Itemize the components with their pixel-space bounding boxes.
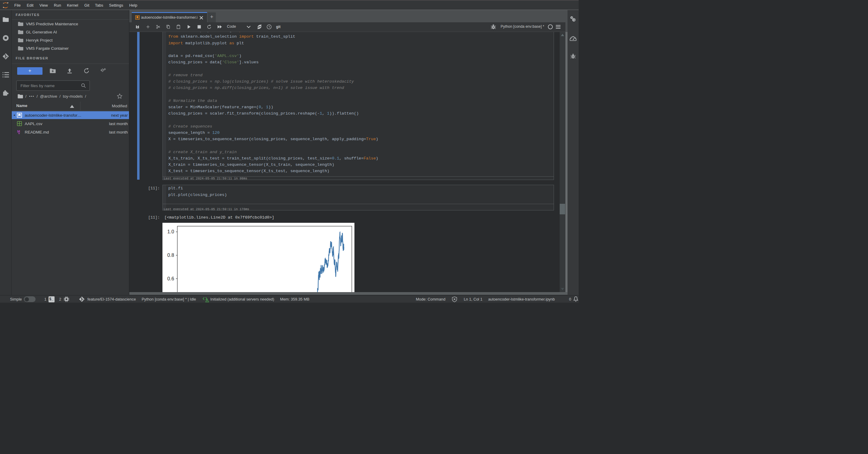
svg-text:0.8: 0.8 (167, 252, 174, 258)
svg-text:1.0: 1.0 (167, 229, 174, 234)
svg-text:0.6: 0.6 (167, 276, 174, 281)
svg-text:M: M (17, 129, 20, 133)
